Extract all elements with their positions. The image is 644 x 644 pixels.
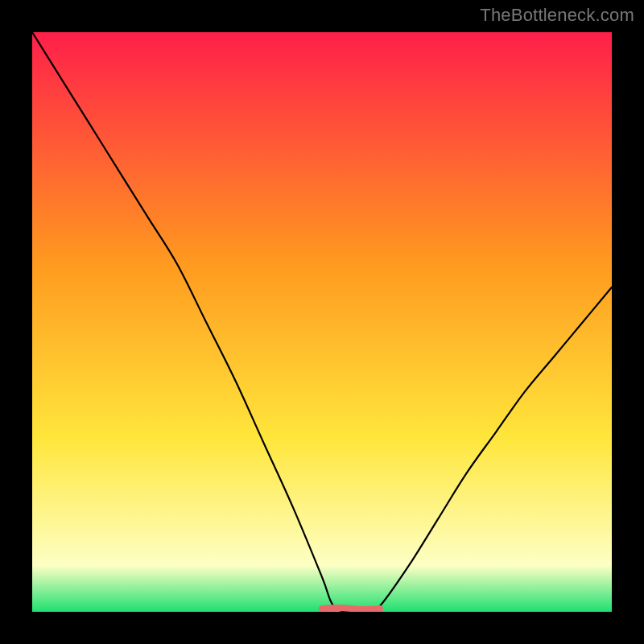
chart-frame: TheBottleneck.com xyxy=(0,0,644,644)
plot-area xyxy=(32,32,612,612)
watermark-text: TheBottleneck.com xyxy=(480,5,634,26)
bottleneck-curve xyxy=(32,32,612,612)
minimum-highlight xyxy=(322,608,380,609)
curve-layer xyxy=(32,32,612,612)
